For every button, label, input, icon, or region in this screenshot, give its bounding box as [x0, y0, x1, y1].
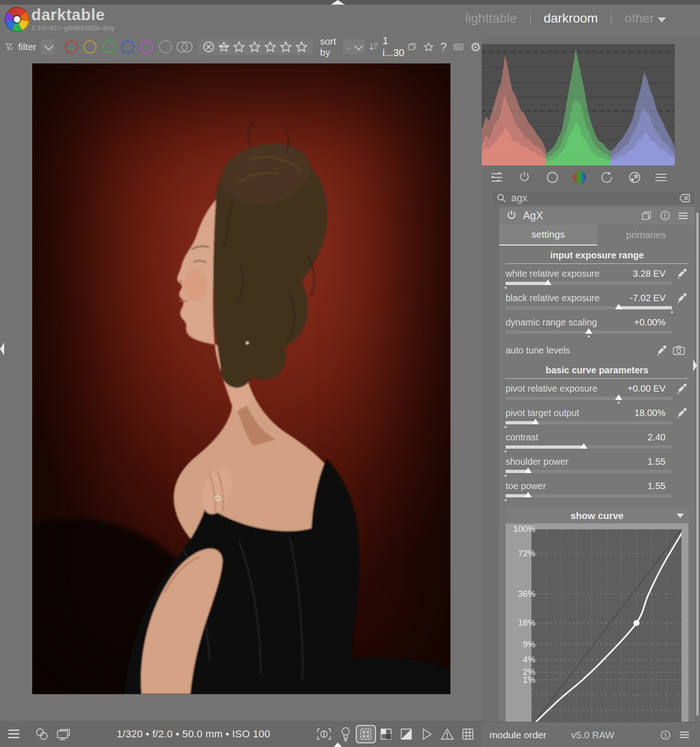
tone-curve-plot[interactable]: [531, 529, 682, 726]
agx-module-header[interactable]: AgX: [499, 207, 695, 224]
group-star-icon[interactable]: [423, 39, 434, 55]
overexposure-warning-icon[interactable]: [440, 727, 455, 741]
slider-fill: [506, 445, 584, 449]
module-presets-icon[interactable]: [678, 215, 688, 216]
slider-track[interactable]: [506, 494, 672, 497]
tone-curve-widget[interactable]: 100%72%36%18%9%4%2%1% -7-503: [506, 524, 689, 747]
color-label-blue[interactable]: [121, 40, 134, 53]
focus-peaking-icon[interactable]: [316, 727, 332, 741]
parameter-slider[interactable]: pivot target output 18.00%: [506, 407, 689, 429]
collapse-top-panel-arrow[interactable]: [331, 0, 345, 5]
zoom-fit-button-active[interactable]: [356, 725, 376, 743]
star-2-icon[interactable]: [248, 40, 261, 53]
star-1-icon[interactable]: [233, 40, 245, 53]
module-power-icon[interactable]: [506, 210, 518, 222]
sort-order-icon[interactable]: [369, 40, 380, 54]
module-reset-icon[interactable]: [659, 210, 671, 222]
view-switcher: lighttable | darkroom | other: [465, 11, 654, 26]
color-group-icon[interactable]: [573, 171, 586, 184]
color-label-toggle-icon[interactable]: [176, 41, 188, 52]
tab-other[interactable]: other: [625, 11, 654, 26]
parameter-slider[interactable]: shoulder power 1.55: [506, 456, 689, 478]
image-canvas[interactable]: [32, 63, 450, 694]
preferences-gear-icon[interactable]: ⚙: [470, 40, 481, 54]
slider-track[interactable]: [506, 397, 672, 400]
parameter-slider[interactable]: white relative exposure 3.28 EV: [506, 268, 689, 290]
base-group-power-icon[interactable]: [518, 171, 531, 184]
image-stack-icon[interactable]: [407, 40, 417, 54]
color-label-purple[interactable]: [140, 40, 153, 53]
slider-handle[interactable]: [615, 304, 622, 309]
color-assessment-icon[interactable]: [379, 727, 393, 741]
show-curve-header[interactable]: show curve: [506, 508, 689, 524]
snapshot-icon[interactable]: [34, 727, 49, 741]
collapse-left-panel-arrow[interactable]: [0, 342, 4, 355]
multi-instance-icon[interactable]: [641, 210, 653, 222]
auto-tune-picker-icon[interactable]: [656, 344, 668, 356]
module-order-presets-icon[interactable]: [680, 734, 689, 735]
color-label-yellow[interactable]: [84, 40, 97, 53]
views-dropdown-icon[interactable]: [658, 17, 666, 23]
star-3-icon[interactable]: [264, 40, 277, 53]
help-icon[interactable]: ?: [440, 40, 447, 54]
panel-scrollbar[interactable]: [696, 212, 699, 716]
color-picker-icon[interactable]: [677, 268, 689, 279]
color-picker-icon[interactable]: [677, 382, 689, 394]
iso12646-lamp-icon[interactable]: [339, 726, 353, 742]
softproof-icon[interactable]: [399, 727, 413, 741]
parameter-slider[interactable]: black relative exposure -7.02 EV: [506, 292, 689, 314]
tab-primaries[interactable]: primaries: [597, 224, 695, 245]
star-5-icon[interactable]: [295, 40, 308, 53]
filter-dropdown[interactable]: [41, 40, 55, 54]
color-label-red[interactable]: [65, 40, 78, 53]
slider-track[interactable]: [506, 331, 672, 334]
parameter-slider[interactable]: toe power 1.55: [506, 480, 689, 502]
slider-handle[interactable]: [615, 394, 622, 400]
slider-track[interactable]: [506, 421, 672, 424]
slider-handle[interactable]: [524, 468, 532, 473]
gamut-check-icon[interactable]: [420, 727, 433, 741]
tab-darkroom[interactable]: darkroom: [544, 11, 598, 26]
slider-track[interactable]: [506, 445, 672, 449]
slider-handle[interactable]: [544, 279, 552, 285]
slider-handle[interactable]: [585, 328, 592, 334]
collapse-right-panel-arrow[interactable]: [693, 359, 697, 371]
color-label-gray[interactable]: [159, 40, 172, 53]
color-picker-icon[interactable]: [677, 292, 689, 304]
rgb-parade-histogram[interactable]: [482, 44, 675, 165]
parameter-slider[interactable]: dynamic range scaling +0.00%: [506, 316, 689, 339]
search-input-value[interactable]: agx: [511, 192, 679, 204]
second-window-icon[interactable]: [56, 727, 71, 741]
auto-tune-camera-icon[interactable]: [672, 344, 686, 356]
rejected-star-icon[interactable]: [218, 41, 230, 53]
tone-group-icon[interactable]: [546, 171, 559, 184]
correction-group-icon[interactable]: [600, 171, 614, 184]
star-4-icon[interactable]: [279, 40, 292, 53]
slider-handle[interactable]: [580, 443, 587, 449]
filter-funnel-icon[interactable]: [5, 40, 14, 54]
color-label-green[interactable]: [102, 40, 115, 53]
tab-lighttable[interactable]: lighttable: [465, 11, 517, 26]
module-order-label[interactable]: module order: [489, 730, 546, 741]
slider-handle[interactable]: [532, 419, 539, 424]
bottom-menu-icon[interactable]: [8, 733, 19, 735]
module-search-box[interactable]: agx: [491, 190, 696, 205]
slider-handle[interactable]: [524, 492, 532, 497]
slider-track[interactable]: [506, 470, 672, 473]
color-picker-icon[interactable]: [677, 407, 689, 419]
guide-lines-icon[interactable]: [461, 727, 475, 741]
active-modules-icon[interactable]: [490, 171, 504, 184]
effects-group-icon[interactable]: [628, 171, 642, 184]
clear-search-icon[interactable]: [679, 194, 691, 203]
parameter-slider[interactable]: pivot relative exposure +0.00 EV: [506, 382, 689, 405]
reject-circle-icon[interactable]: [202, 40, 215, 53]
module-order-reset-icon[interactable]: [660, 729, 672, 741]
tab-settings[interactable]: settings: [499, 224, 597, 245]
slider-track[interactable]: [506, 282, 672, 285]
panel-menu-icon[interactable]: [655, 177, 666, 178]
sort-dropdown[interactable]: ..: [343, 40, 364, 54]
slider-track[interactable]: [506, 306, 672, 309]
keyboard-shortcuts-icon[interactable]: [453, 40, 464, 53]
slider-default-dot: [505, 475, 507, 477]
parameter-slider[interactable]: contrast 2.40: [506, 431, 689, 454]
